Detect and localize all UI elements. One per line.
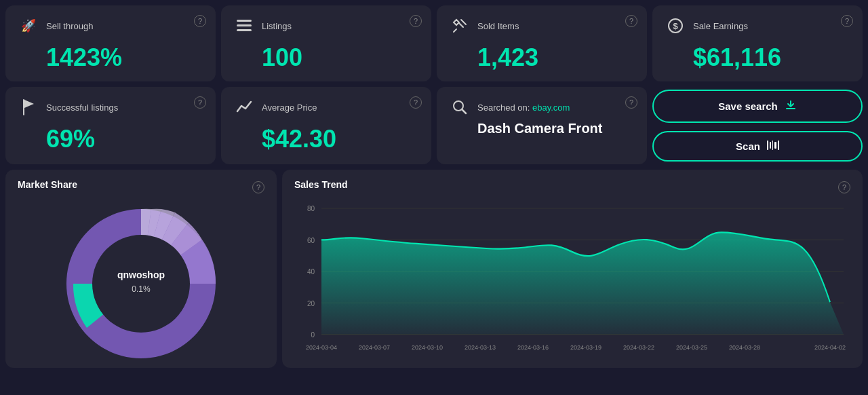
list-icon <box>233 15 255 37</box>
sell-through-card: 🚀 Sell through ? 1423% <box>5 5 216 81</box>
searched-on-header: Searched on: ebay.com <box>449 96 635 118</box>
searched-on-help[interactable]: ? <box>625 96 637 109</box>
listings-title: Listings <box>262 21 292 31</box>
svg-text:2024-03-13: 2024-03-13 <box>465 343 496 351</box>
scan-button[interactable]: Scan <box>652 131 863 162</box>
trend-svg: 80 60 40 20 0 <box>294 201 850 358</box>
sell-through-header: 🚀 Sell through <box>18 15 203 37</box>
searched-on-card: Searched on: ebay.com ? Dash Camera Fron… <box>437 87 647 164</box>
svg-text:60: 60 <box>307 236 315 244</box>
sold-items-header: Sold Items <box>449 15 635 37</box>
successful-listings-header: Successful listings <box>18 96 203 118</box>
sale-earnings-title: Sale Earnings <box>693 21 748 31</box>
searched-on-site: ebay.com <box>532 102 570 113</box>
svg-text:2024-03-10: 2024-03-10 <box>412 343 443 351</box>
chart-area: 80 60 40 20 0 <box>294 201 850 358</box>
sold-items-card: Sold Items ? 1,423 <box>437 5 647 81</box>
trend-icon <box>233 96 255 118</box>
gavel-icon <box>449 15 471 37</box>
save-search-button[interactable]: Save search <box>652 90 863 123</box>
listings-value: 100 <box>233 43 419 72</box>
svg-rect-12 <box>774 142 776 149</box>
listings-help[interactable]: ? <box>410 15 422 27</box>
successful-listings-title: Successful listings <box>46 102 118 113</box>
svg-rect-0 <box>237 20 252 22</box>
svg-rect-5 <box>23 99 24 115</box>
top-row: 🚀 Sell through ? 1423% Listings ? 100 <box>5 5 863 81</box>
svg-rect-9 <box>767 140 768 150</box>
sell-through-value: 1423% <box>18 43 203 72</box>
svg-text:40: 40 <box>307 267 315 276</box>
svg-rect-10 <box>770 142 771 149</box>
flag-icon <box>18 96 39 118</box>
bottom-row: Market Share ? <box>5 170 863 368</box>
svg-rect-1 <box>237 24 252 26</box>
average-price-header: Average Price <box>233 96 419 118</box>
svg-text:2024-03-28: 2024-03-28 <box>729 343 760 351</box>
sales-trend-help[interactable]: ? <box>838 181 850 193</box>
listings-card: Listings ? 100 <box>221 5 431 81</box>
average-price-title: Average Price <box>262 102 317 113</box>
market-share-help[interactable]: ? <box>252 181 264 193</box>
svg-text:2024-03-25: 2024-03-25 <box>676 343 707 351</box>
average-price-help[interactable]: ? <box>410 96 422 109</box>
scan-bars-icon <box>767 140 779 152</box>
search-icon <box>449 96 471 118</box>
svg-text:80: 80 <box>307 204 315 213</box>
save-icon <box>785 99 797 113</box>
svg-text:2024-03-22: 2024-03-22 <box>623 343 654 351</box>
mid-row: Successful listings ? 69% Average Price … <box>5 87 863 164</box>
search-term: Dash Camera Front <box>449 121 635 136</box>
sold-items-help[interactable]: ? <box>625 15 637 27</box>
dollar-circle-icon: $ <box>665 15 686 37</box>
svg-text:2024-03-16: 2024-03-16 <box>517 343 549 351</box>
listings-header: Listings <box>233 15 419 37</box>
successful-listings-help[interactable]: ? <box>194 96 206 109</box>
sales-trend-title: Sales Trend <box>294 179 348 190</box>
svg-text:0: 0 <box>311 331 315 339</box>
dashboard: 🚀 Sell through ? 1423% Listings ? 100 <box>5 5 863 368</box>
svg-text:2024-03-07: 2024-03-07 <box>359 343 390 351</box>
svg-text:2024-03-19: 2024-03-19 <box>570 343 601 351</box>
svg-text:0.1%: 0.1% <box>132 284 151 294</box>
svg-text:2024-03-04: 2024-03-04 <box>306 343 337 351</box>
average-price-card: Average Price ? $42.30 <box>221 87 431 164</box>
rocket-icon: 🚀 <box>18 15 39 37</box>
sale-earnings-value: $61,116 <box>665 43 850 72</box>
sale-earnings-header: $ Sale Earnings <box>665 15 850 37</box>
svg-rect-13 <box>778 140 779 150</box>
sale-earnings-card: $ Sale Earnings ? $61,116 <box>652 5 863 81</box>
action-card: Save search Scan <box>652 87 863 164</box>
svg-text:$: $ <box>673 21 678 31</box>
successful-listings-value: 69% <box>18 125 203 153</box>
svg-line-8 <box>462 109 466 113</box>
svg-text:qnwoshop: qnwoshop <box>117 269 165 280</box>
sell-through-help[interactable]: ? <box>194 15 206 27</box>
svg-marker-6 <box>24 100 34 108</box>
svg-text:2024-04-02: 2024-04-02 <box>814 343 846 351</box>
market-share-title: Market Share <box>18 179 77 190</box>
searched-on-label: Searched on: ebay.com <box>477 102 570 113</box>
svg-point-14 <box>92 235 190 333</box>
svg-rect-11 <box>772 140 773 150</box>
svg-rect-2 <box>237 29 252 31</box>
market-share-card: Market Share ? <box>5 170 277 368</box>
sold-items-value: 1,423 <box>449 43 635 72</box>
sell-through-title: Sell through <box>46 21 93 31</box>
average-price-value: $42.30 <box>233 125 419 153</box>
svg-text:20: 20 <box>307 299 315 307</box>
successful-listings-card: Successful listings ? 69% <box>5 87 216 164</box>
donut-chart: qnwoshop 0.1% <box>18 195 264 358</box>
sold-items-title: Sold Items <box>477 21 519 31</box>
sale-earnings-help[interactable]: ? <box>841 15 853 27</box>
sales-trend-card: Sales Trend ? 80 60 40 20 0 <box>282 170 863 368</box>
